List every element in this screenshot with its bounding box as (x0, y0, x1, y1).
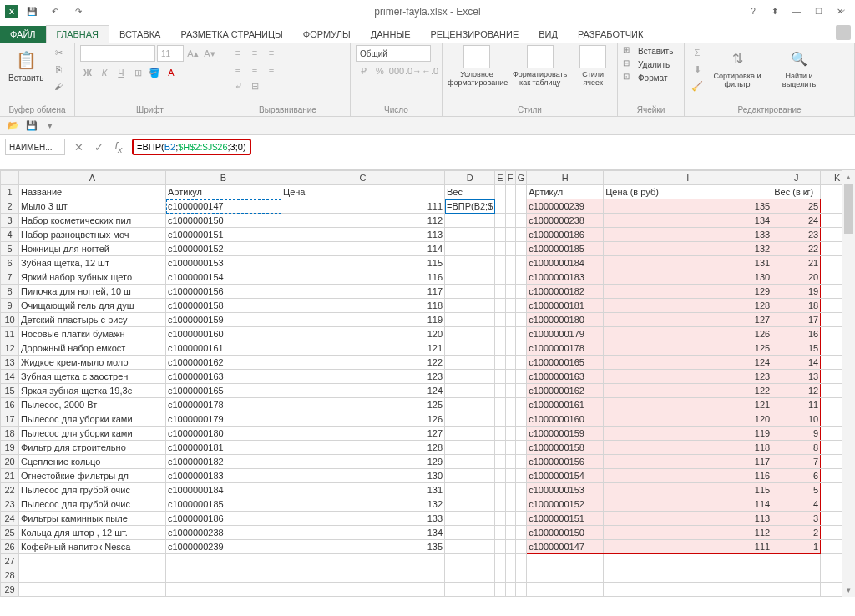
cell[interactable]: 118 (604, 441, 772, 455)
cell[interactable] (445, 327, 495, 341)
scroll-thumb[interactable] (844, 184, 853, 234)
cell[interactable] (505, 199, 515, 214)
cell[interactable]: Пылесос для уборки ками (19, 427, 166, 441)
cell[interactable] (515, 497, 527, 512)
cell[interactable]: c1000000158 (527, 441, 604, 455)
cell[interactable]: Жидкое крем-мыло моло (19, 356, 166, 370)
cell[interactable] (495, 469, 505, 483)
cell[interactable] (445, 427, 495, 441)
cell[interactable] (495, 313, 505, 327)
cell[interactable]: c1000000163 (527, 370, 604, 384)
cell[interactable] (445, 540, 495, 554)
comma-icon[interactable]: 000 (389, 63, 404, 78)
cell[interactable] (445, 214, 495, 228)
cell[interactable] (495, 455, 505, 469)
format-cells-button[interactable]: ⊡Формат (623, 72, 668, 83)
increase-font-icon[interactable]: A▴ (185, 46, 200, 61)
cell[interactable] (505, 554, 515, 568)
minimize-button[interactable]: — (787, 4, 807, 19)
cell[interactable]: c1000000185 (166, 497, 281, 512)
row-header[interactable]: 10 (1, 313, 19, 327)
row-header[interactable]: 24 (1, 512, 19, 526)
border-icon[interactable]: ⊞ (130, 65, 145, 80)
cell[interactable]: c1000000186 (527, 228, 604, 242)
cell[interactable] (19, 583, 166, 597)
cell[interactable] (19, 568, 166, 583)
cell[interactable]: Пылесос для грубой очис (19, 483, 166, 497)
copy-icon[interactable]: ⎘ (50, 62, 67, 77)
row-header[interactable]: 9 (1, 299, 19, 313)
cell[interactable] (281, 554, 445, 568)
cell[interactable] (515, 540, 527, 554)
align-bottom-icon[interactable]: ≡ (264, 45, 279, 60)
number-format-select[interactable] (356, 45, 431, 62)
cell[interactable]: Яркий набор зубных щето (19, 270, 166, 285)
cell[interactable] (515, 313, 527, 327)
cell[interactable] (445, 228, 495, 242)
conditional-formatting-button[interactable]: Условное форматирование (448, 45, 506, 87)
cell[interactable]: Пылесос, 2000 Вт (19, 398, 166, 412)
qat-save-icon[interactable]: 💾 (22, 4, 42, 19)
cell[interactable] (527, 568, 604, 583)
row-header[interactable]: 25 (1, 526, 19, 540)
cell[interactable]: 121 (604, 398, 772, 412)
cell[interactable]: 1 (772, 540, 821, 554)
cell[interactable] (445, 568, 495, 583)
cell[interactable] (445, 384, 495, 398)
row-header[interactable]: 15 (1, 384, 19, 398)
cell[interactable]: 117 (604, 455, 772, 469)
cell[interactable] (515, 185, 527, 199)
cell[interactable] (495, 185, 505, 199)
cell[interactable] (505, 185, 515, 199)
cell[interactable] (515, 455, 527, 469)
row-header[interactable]: 23 (1, 497, 19, 512)
row-header[interactable]: 8 (1, 285, 19, 299)
cell[interactable] (445, 256, 495, 270)
qat-save-icon-2[interactable]: 💾 (25, 119, 38, 133)
cell[interactable] (19, 554, 166, 568)
scroll-down-icon[interactable]: ▾ (842, 583, 855, 597)
cell[interactable]: 119 (604, 427, 772, 441)
cell[interactable]: 6 (772, 469, 821, 483)
cell[interactable] (515, 583, 527, 597)
cell[interactable] (445, 370, 495, 384)
column-header-F[interactable]: F (505, 171, 515, 185)
font-size-select[interactable] (157, 45, 184, 62)
cell[interactable] (445, 554, 495, 568)
row-header[interactable]: 19 (1, 441, 19, 455)
cell[interactable] (445, 526, 495, 540)
cell[interactable]: c1000000151 (166, 228, 281, 242)
cell[interactable]: 7 (772, 455, 821, 469)
cell[interactable]: c1000000152 (527, 497, 604, 512)
cell[interactable]: c1000000238 (527, 214, 604, 228)
align-center-icon[interactable]: ≡ (247, 62, 262, 77)
delete-cells-button[interactable]: ⊟Удалить (623, 58, 670, 70)
cell[interactable] (495, 214, 505, 228)
autosum-icon[interactable]: Σ (690, 45, 705, 60)
cell[interactable] (495, 256, 505, 270)
cell[interactable]: 129 (604, 285, 772, 299)
row-header[interactable]: 22 (1, 483, 19, 497)
cell[interactable]: 4 (772, 497, 821, 512)
cell[interactable] (515, 526, 527, 540)
cell[interactable]: 111 (281, 199, 445, 214)
maximize-button[interactable]: ☐ (808, 4, 828, 19)
cell[interactable] (166, 568, 281, 583)
cell[interactable]: 15 (772, 341, 821, 356)
row-header[interactable]: 12 (1, 341, 19, 356)
row-header[interactable]: 4 (1, 228, 19, 242)
cell[interactable] (505, 299, 515, 313)
cell[interactable] (505, 228, 515, 242)
paste-button[interactable]: 📋 Вставить (5, 45, 47, 84)
scroll-up-icon[interactable]: ▴ (842, 170, 855, 184)
cell[interactable]: 116 (281, 270, 445, 285)
cell[interactable]: 124 (281, 384, 445, 398)
cell[interactable]: 9 (772, 427, 821, 441)
cell[interactable] (515, 441, 527, 455)
cell[interactable]: c1000000182 (527, 285, 604, 299)
cell[interactable] (604, 554, 772, 568)
cell[interactable]: c1000000185 (527, 242, 604, 256)
cell[interactable]: 16 (772, 327, 821, 341)
cell[interactable] (505, 483, 515, 497)
tab-insert[interactable]: ВСТАВКА (109, 26, 170, 43)
